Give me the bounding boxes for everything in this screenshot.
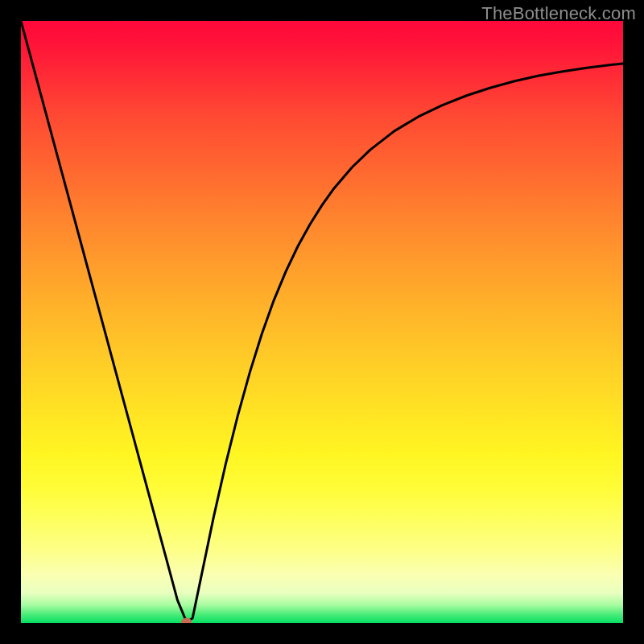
chart-svg xyxy=(21,21,623,623)
watermark-text: TheBottleneck.com xyxy=(481,3,636,24)
curve-line xyxy=(21,21,623,622)
chart-frame: TheBottleneck.com xyxy=(0,0,644,644)
bottleneck-curve xyxy=(21,21,623,623)
chart-plot-area xyxy=(21,21,623,623)
